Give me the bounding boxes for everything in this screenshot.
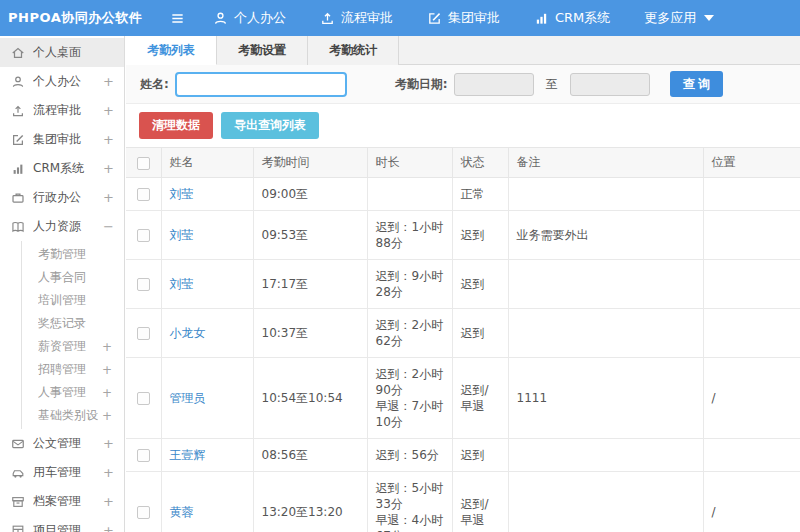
expander-icon[interactable]: + (103, 132, 114, 147)
sidebar-item-2[interactable]: 个人办公+ (0, 67, 124, 96)
chevron-down-icon (704, 15, 714, 21)
name-cell: 刘莹 (161, 260, 253, 309)
expander-icon[interactable]: + (103, 103, 114, 118)
mail-icon (11, 437, 25, 451)
select-all-header (126, 148, 161, 178)
expander-icon[interactable]: + (102, 386, 112, 400)
status-cell: 迟到 (452, 211, 508, 260)
sidebar-item-11[interactable]: 项目管理+ (0, 516, 124, 532)
expander-icon[interactable]: + (103, 494, 114, 509)
sidebar-item-label: 行政办公 (33, 189, 99, 206)
tab-3[interactable]: 考勤统计 (308, 36, 399, 65)
briefcase-icon (11, 191, 25, 205)
sidebar-item-10[interactable]: 档案管理+ (0, 487, 124, 516)
column-header: 状态 (452, 148, 508, 178)
duration-cell: 迟到：2小时62分 (367, 309, 452, 358)
sidebar-item-5[interactable]: CRM系统+ (0, 154, 124, 183)
row-checkbox[interactable] (137, 392, 150, 405)
top-nav-item-2[interactable]: 流程审批 (320, 9, 393, 27)
sidebar-subitem-6[interactable]: 招聘管理+ (22, 358, 124, 381)
location-cell (703, 211, 800, 260)
upload-icon (320, 11, 335, 26)
name-cell: 黄蓉 (161, 472, 253, 532)
row-checkbox[interactable] (137, 506, 150, 519)
export-list-button[interactable]: 导出查询列表 (221, 112, 319, 139)
column-header: 位置 (703, 148, 800, 178)
row-select-cell (126, 211, 161, 260)
sidebar-subitem-7[interactable]: 人事管理+ (22, 381, 124, 404)
sidebar-item-6[interactable]: 行政办公+ (0, 183, 124, 212)
top-nav-item-4[interactable]: CRM系统 (534, 9, 610, 27)
sidebar-item-1[interactable]: 个人桌面 (0, 38, 124, 67)
employee-name-link[interactable]: 小龙女 (170, 326, 206, 340)
sidebar-submenu: 考勤管理人事合同培训管理奖惩记录薪资管理+招聘管理+人事管理+基础类别设置+ (21, 241, 124, 429)
column-header: 姓名 (161, 148, 253, 178)
date-from-input[interactable] (454, 73, 534, 96)
top-nav-item-1[interactable]: 个人办公 (213, 9, 286, 27)
duration-cell: 迟到：56分 (367, 439, 452, 472)
top-nav-item-3[interactable]: 集团审批 (427, 9, 500, 27)
row-checkbox[interactable] (137, 188, 150, 201)
expander-icon[interactable]: + (102, 409, 112, 423)
row-checkbox[interactable] (137, 449, 150, 462)
sidebar-subitem-8[interactable]: 基础类别设置+ (22, 404, 124, 427)
tab-1[interactable]: 考勤列表 (126, 36, 217, 65)
attendance-table: 姓名考勤时间时长状态备注位置 刘莹09:00至正常刘莹09:53至迟到：1小时8… (126, 147, 800, 532)
sidebar-subitem-label: 培训管理 (38, 292, 112, 309)
expander-icon[interactable]: + (103, 465, 114, 480)
employee-name-link[interactable]: 刘莹 (170, 187, 194, 201)
sidebar-subitem-3[interactable]: 培训管理 (22, 289, 124, 312)
table-row: 王壹辉08:56至迟到：56分迟到 (126, 439, 800, 472)
sidebar-subitem-1[interactable]: 考勤管理 (22, 243, 124, 266)
employee-name-link[interactable]: 管理员 (170, 391, 206, 405)
row-select-cell (126, 260, 161, 309)
employee-name-link[interactable]: 黄蓉 (170, 505, 194, 519)
employee-name-link[interactable]: 刘莹 (170, 277, 194, 291)
name-cell: 小龙女 (161, 309, 253, 358)
sidebar-item-label: CRM系统 (33, 160, 99, 177)
expander-icon[interactable]: + (103, 190, 114, 205)
clean-data-button[interactable]: 清理数据 (139, 112, 213, 139)
hamburger-icon[interactable] (170, 11, 185, 26)
sidebar-item-9[interactable]: 用车管理+ (0, 458, 124, 487)
sidebar-item-3[interactable]: 流程审批+ (0, 96, 124, 125)
archive-icon (11, 495, 25, 509)
expander-icon[interactable]: − (103, 219, 114, 234)
name-input[interactable] (175, 72, 347, 97)
sidebar-item-label: 档案管理 (33, 493, 99, 510)
table-row: 刘莹17:17至迟到：9小时28分迟到 (126, 260, 800, 309)
sidebar-item-7[interactable]: 人力资源− (0, 212, 124, 241)
top-nav-label: CRM系统 (555, 9, 610, 27)
status-cell: 迟到/早退 (452, 358, 508, 439)
sidebar-item-4[interactable]: 集团审批+ (0, 125, 124, 154)
select-all-checkbox[interactable] (137, 157, 150, 170)
date-to-input[interactable] (570, 73, 650, 96)
chart-icon (534, 11, 549, 26)
user-icon (11, 75, 25, 89)
sidebar-subitem-2[interactable]: 人事合同 (22, 266, 124, 289)
search-button[interactable]: 查 询 (670, 71, 723, 97)
location-cell (703, 178, 800, 211)
filter-bar: 姓名: 考勤日期: 至 查 询 (126, 65, 800, 104)
expander-icon[interactable]: + (102, 340, 112, 354)
sidebar-item-8[interactable]: 公文管理+ (0, 429, 124, 458)
tab-2[interactable]: 考勤设置 (217, 36, 308, 65)
row-checkbox[interactable] (137, 229, 150, 242)
row-checkbox[interactable] (137, 278, 150, 291)
employee-name-link[interactable]: 王壹辉 (170, 448, 206, 462)
expander-icon[interactable]: + (103, 523, 114, 532)
expander-icon[interactable]: + (103, 161, 114, 176)
duration-cell (367, 178, 452, 211)
expander-icon[interactable]: + (103, 74, 114, 89)
location-cell (703, 439, 800, 472)
sidebar-subitem-4[interactable]: 奖惩记录 (22, 312, 124, 335)
top-nav-item-5[interactable]: 更多应用 (644, 9, 714, 27)
row-checkbox[interactable] (137, 327, 150, 340)
employee-name-link[interactable]: 刘莹 (170, 228, 194, 242)
user-icon (213, 11, 228, 26)
expander-icon[interactable]: + (103, 436, 114, 451)
sidebar-subitem-5[interactable]: 薪资管理+ (22, 335, 124, 358)
expander-icon[interactable]: + (102, 363, 112, 377)
time-cell: 08:56至 (253, 439, 367, 472)
top-nav-label: 集团审批 (448, 9, 500, 27)
